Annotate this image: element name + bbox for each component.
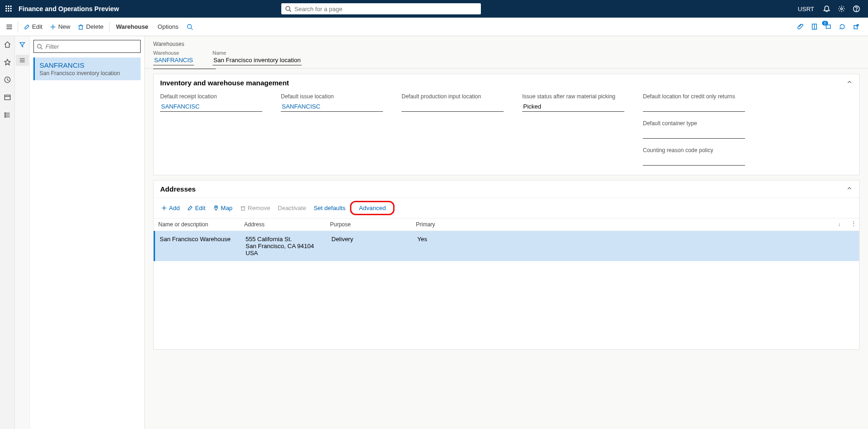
modules-icon[interactable]	[3, 110, 12, 120]
address-add-button[interactable]: Add	[158, 203, 182, 213]
warehouse-list-item[interactable]: SANFRANCIS San Francisco inventory locat…	[33, 58, 141, 80]
company-label[interactable]: USRT	[798, 6, 814, 13]
row-purpose: Delivery	[331, 236, 417, 256]
svg-line-14	[191, 28, 193, 30]
addresses-card-title: Addresses	[160, 185, 196, 193]
home-icon[interactable]	[3, 40, 12, 49]
sort-indicator-icon: ↓	[838, 221, 841, 228]
tab-options[interactable]: Options	[153, 21, 183, 32]
remove-label: Remove	[248, 205, 270, 211]
default-receipt-input[interactable]: SANFANCISC	[160, 102, 262, 112]
issue-status-input[interactable]: Picked	[522, 102, 624, 112]
map-label: Map	[221, 205, 233, 211]
action-bar: Edit New Delete Warehouse Options 0	[0, 18, 868, 36]
filter-icon[interactable]	[18, 40, 27, 49]
row-name: San Francisco Warehouse	[160, 236, 246, 256]
container-type-input[interactable]	[643, 128, 745, 139]
default-prod-input[interactable]	[402, 102, 504, 112]
favorites-icon[interactable]	[3, 58, 12, 67]
item-code: SANFRANCIS	[39, 61, 136, 69]
column-options-icon[interactable]: ⋮	[851, 220, 856, 227]
edit-label: Edit	[32, 23, 42, 30]
svg-point-2	[841, 8, 842, 10]
list-filter[interactable]	[33, 40, 141, 53]
app-launcher-icon[interactable]	[6, 6, 12, 12]
alerts-icon[interactable]: 0	[822, 20, 835, 33]
col-name[interactable]: Name or description	[158, 221, 244, 228]
svg-rect-10	[79, 26, 83, 29]
edit-label: Edit	[195, 205, 205, 211]
search-input[interactable]	[294, 6, 477, 13]
address-deactivate-button: Deactivate	[275, 203, 309, 213]
addresses-toolbar: Add Edit Map Remove Deactivate Set defau…	[154, 198, 859, 218]
credit-return-input[interactable]	[643, 102, 745, 112]
row-address: 555 California St. San Francisco, CA 941…	[246, 236, 331, 256]
chevron-up-icon	[846, 79, 853, 87]
svg-rect-21	[5, 95, 10, 100]
attachments-icon[interactable]	[794, 20, 807, 33]
new-button[interactable]: New	[46, 21, 74, 32]
container-type-label: Default container type	[643, 120, 745, 127]
delete-button[interactable]: Delete	[74, 21, 107, 32]
name-field-label: Name	[213, 50, 302, 56]
svg-line-33	[41, 47, 42, 49]
stray-underline	[153, 69, 216, 69]
name-field-value[interactable]: San Francisco inventory location	[213, 56, 302, 65]
address-remove-button: Remove	[237, 203, 273, 213]
search-icon	[285, 6, 291, 12]
svg-point-13	[188, 24, 192, 28]
credit-return-label: Default location for credit only returns	[643, 93, 745, 100]
default-receipt-label: Default receipt location	[160, 93, 262, 100]
find-button[interactable]	[183, 22, 197, 32]
deactivate-label: Deactivate	[278, 205, 306, 211]
notifications-icon[interactable]	[821, 3, 833, 15]
delete-label: Delete	[86, 23, 104, 30]
item-desc: San Francisco inventory location	[39, 70, 136, 77]
list-view-icon[interactable]	[16, 55, 29, 66]
col-primary[interactable]: Primary	[416, 221, 476, 228]
addresses-card-header[interactable]: Addresses	[154, 180, 859, 198]
inventory-card-header[interactable]: Inventory and warehouse management	[154, 74, 859, 91]
reason-code-input[interactable]	[643, 155, 745, 166]
tab-warehouse[interactable]: Warehouse	[111, 21, 153, 32]
record-list-panel: SANFRANCIS San Francisco inventory locat…	[15, 36, 145, 429]
add-label: Add	[169, 205, 180, 211]
list-filter-input[interactable]	[45, 43, 137, 50]
app-title: Finance and Operations Preview	[19, 5, 119, 13]
warehouse-field-value[interactable]: SANFRANCIS	[153, 56, 194, 65]
address-set-defaults-button[interactable]: Set defaults	[311, 203, 349, 213]
default-issue-label: Default issue location	[281, 93, 383, 100]
workspaces-icon[interactable]	[3, 93, 12, 102]
inventory-card: Inventory and warehouse management Defau…	[153, 74, 860, 175]
alert-badge: 0	[822, 21, 828, 26]
advanced-label: Advanced	[359, 205, 386, 211]
help-icon[interactable]	[850, 3, 862, 15]
default-issue-input[interactable]: SANFANCISC	[281, 102, 383, 112]
office-icon[interactable]	[808, 20, 821, 33]
global-search[interactable]	[281, 3, 481, 14]
svg-rect-17	[826, 25, 830, 29]
col-address[interactable]: Address	[244, 221, 330, 228]
addresses-card: Addresses Add Edit Map Remove Deactivate…	[153, 180, 860, 350]
detail-content: Warehouses Warehouse SANFRANCIS Name San…	[145, 36, 868, 429]
edit-button[interactable]: Edit	[20, 21, 46, 32]
svg-line-1	[290, 10, 291, 12]
breadcrumb: Warehouses	[145, 40, 868, 50]
address-table-header: Name or description Address Purpose Prim…	[154, 218, 859, 231]
col-purpose[interactable]: Purpose	[330, 221, 416, 228]
nav-menu-icon[interactable]	[3, 20, 16, 33]
address-edit-button[interactable]: Edit	[184, 203, 208, 213]
row-primary: Yes	[417, 236, 478, 256]
popout-icon[interactable]	[849, 20, 862, 33]
refresh-icon[interactable]	[836, 20, 849, 33]
left-nav-rail	[0, 36, 15, 429]
set-defaults-label: Set defaults	[314, 205, 346, 211]
new-label: New	[58, 23, 70, 30]
default-prod-label: Default production input location	[402, 93, 504, 100]
address-table-row[interactable]: San Francisco Warehouse 555 California S…	[154, 231, 859, 261]
address-advanced-button[interactable]: Advanced	[356, 203, 389, 213]
recent-icon[interactable]	[3, 75, 12, 84]
svg-point-32	[38, 44, 41, 48]
address-map-button[interactable]: Map	[210, 203, 235, 213]
settings-icon[interactable]	[836, 3, 848, 15]
